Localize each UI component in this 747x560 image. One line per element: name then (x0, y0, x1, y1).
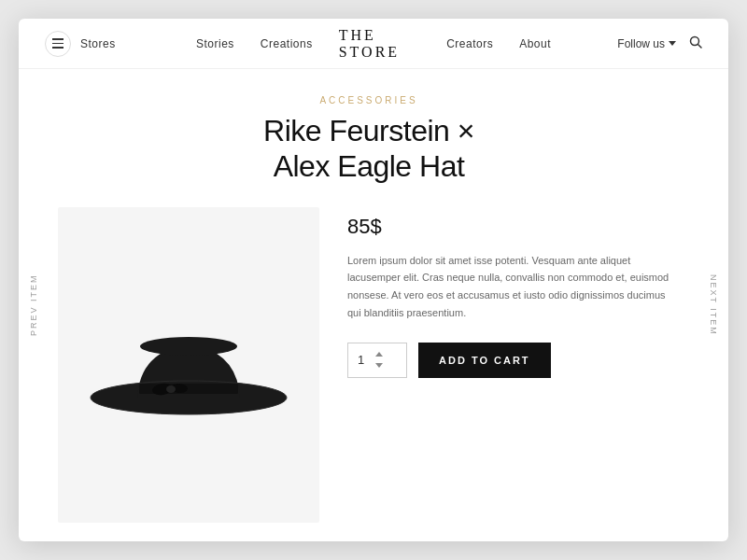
cart-row: 1 ADD TO CART (347, 343, 680, 378)
stores-link[interactable]: Stores (80, 37, 116, 50)
add-to-cart-button[interactable]: ADD TO CART (418, 343, 551, 378)
product-header: ACCESSORIES Rike Feurstein × Alex Eagle … (58, 95, 680, 185)
main-content: PREV ITEM ACCESSORIES Rike Feurstein × A… (19, 69, 728, 541)
creations-link[interactable]: Creations (261, 37, 313, 50)
nav-left: Stores (45, 31, 116, 57)
product-price: 85$ (347, 215, 680, 239)
hamburger-icon[interactable] (45, 31, 71, 57)
nav-right: Follow us (617, 35, 702, 51)
arrow-up-icon (375, 352, 383, 357)
quantity-value: 1 (358, 353, 364, 367)
product-title-line2: Alex Eagle Hat (274, 149, 465, 183)
nav-center-links: Stories Creations THE STORE Creators Abo… (196, 27, 551, 61)
search-button[interactable] (689, 35, 702, 51)
product-image-container (58, 207, 319, 523)
brand-logo: THE STORE (339, 27, 420, 61)
prev-item-label[interactable]: PREV ITEM (19, 69, 49, 541)
product-description: Lorem ipsum dolor sit amet isse potenti.… (347, 252, 680, 322)
navbar: Stores Stories Creations THE STORE Creat… (19, 19, 728, 69)
hat-image (86, 300, 291, 430)
stories-link[interactable]: Stories (196, 37, 234, 50)
quantity-up-button[interactable] (374, 350, 385, 359)
follow-us-label: Follow us (617, 37, 665, 50)
category-label: ACCESSORIES (58, 95, 680, 105)
product-title-line1: Rike Feurstein × (263, 114, 474, 147)
chevron-down-icon (669, 41, 676, 46)
svg-line-1 (698, 45, 702, 49)
product-body: 85$ Lorem ipsum dolor sit amet isse pote… (58, 207, 680, 523)
svg-point-3 (140, 337, 237, 356)
product-title: Rike Feurstein × Alex Eagle Hat (58, 113, 680, 185)
product-area: ACCESSORIES Rike Feurstein × Alex Eagle … (49, 69, 698, 541)
arrow-down-icon (375, 363, 383, 368)
quantity-box: 1 (347, 343, 407, 378)
svg-point-7 (166, 385, 176, 393)
creators-link[interactable]: Creators (446, 37, 493, 50)
browser-window: Stores Stories Creations THE STORE Creat… (19, 19, 728, 541)
next-item-label[interactable]: NEXT ITEM (698, 69, 728, 541)
about-link[interactable]: About (519, 37, 551, 50)
quantity-down-button[interactable] (374, 361, 385, 371)
follow-us-button[interactable]: Follow us (617, 37, 676, 50)
quantity-controls (374, 350, 385, 371)
product-info: 85$ Lorem ipsum dolor sit amet isse pote… (347, 207, 680, 523)
